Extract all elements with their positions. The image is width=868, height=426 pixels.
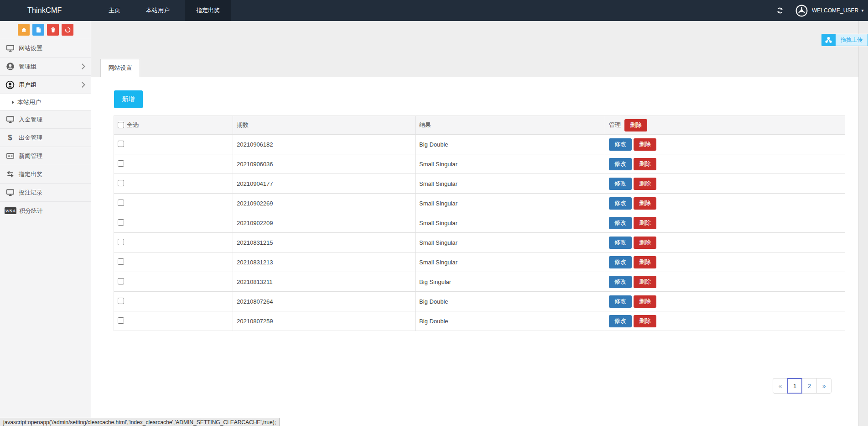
dollar-icon: $	[5, 134, 15, 142]
navbar-menu: 主页 本站用户 指定出奖	[98, 0, 231, 21]
table-row: 20210831215Small Singular修改删除	[114, 233, 845, 252]
brand-logo[interactable]: ThinkCMF	[27, 0, 62, 21]
edit-button[interactable]: 修改	[609, 217, 632, 229]
chevron-right-icon	[79, 63, 85, 69]
period-cell: 20210813211	[233, 272, 416, 292]
delete-button[interactable]: 删除	[634, 217, 656, 229]
result-cell: Small Singular	[416, 233, 605, 252]
edit-button[interactable]: 修改	[609, 295, 632, 308]
refresh-icon[interactable]	[776, 7, 784, 14]
exchange-icon	[5, 170, 15, 179]
result-cell: Small Singular	[416, 213, 605, 233]
bulk-delete-button[interactable]: 删除	[624, 119, 647, 131]
row-checkbox[interactable]	[118, 200, 124, 206]
delete-button[interactable]: 删除	[634, 158, 656, 170]
delete-button[interactable]: 删除	[634, 256, 656, 268]
sidebar-item-label: 投注记录	[19, 189, 42, 197]
row-checkbox[interactable]	[118, 298, 124, 304]
pagination-prev[interactable]: «	[773, 378, 788, 394]
sidebar-item-label: 管理组	[19, 63, 36, 71]
delete-button[interactable]: 删除	[634, 276, 656, 288]
table-row: 20210813211Big Singular修改删除	[114, 272, 845, 292]
edit-button[interactable]: 修改	[609, 178, 632, 190]
visa-icon: VISA	[5, 207, 16, 214]
nav-item-assigned-draw[interactable]: 指定出奖	[185, 0, 231, 21]
data-table-wrap: 全选 期数 结果 管理 删除 20210906182Big Do	[114, 116, 845, 331]
quickbar	[0, 21, 91, 38]
sidebar-item-label: 出金管理	[19, 134, 42, 142]
home-icon[interactable]	[18, 24, 30, 36]
user-name: WELCOME_USER	[812, 7, 858, 14]
delete-button[interactable]: 删除	[634, 197, 656, 210]
monitor-icon	[5, 188, 15, 197]
row-checkbox[interactable]	[118, 180, 124, 186]
row-checkbox[interactable]	[118, 239, 124, 245]
main-area: 网站设置 拖拽上传 新增 全选 期数	[91, 21, 868, 426]
row-checkbox[interactable]	[118, 219, 124, 226]
scroll-strip[interactable]	[858, 21, 868, 426]
sidebar-item-points-stats[interactable]: VISA 积分统计	[0, 201, 91, 220]
sidebar-item-withdraw[interactable]: $ 出金管理	[0, 128, 91, 147]
navbar-right: WELCOME_USER ▼	[776, 0, 864, 21]
add-button[interactable]: 新增	[114, 90, 143, 108]
table-row: 20210902209Small Singular修改删除	[114, 213, 845, 233]
result-cell: Big Double	[416, 311, 605, 331]
row-checkbox[interactable]	[118, 278, 124, 284]
sidebar-item-label: 本站用户	[17, 98, 41, 106]
edit-button[interactable]: 修改	[609, 237, 632, 249]
avatar[interactable]	[795, 5, 808, 17]
sidebar-item-site-users[interactable]: 本站用户	[0, 94, 91, 110]
tab-site-settings[interactable]: 网站设置	[100, 59, 140, 77]
sidebar-item-label: 积分统计	[19, 207, 43, 215]
caret-right-icon	[12, 100, 14, 104]
nav-item-site-users[interactable]: 本站用户	[131, 0, 185, 21]
pagination-page-2[interactable]: 2	[802, 378, 817, 394]
row-checkbox[interactable]	[118, 160, 124, 167]
delete-button[interactable]: 删除	[634, 295, 656, 308]
delete-button[interactable]: 删除	[634, 138, 656, 151]
edit-button[interactable]: 修改	[609, 138, 632, 151]
sidebar-item-label: 入金管理	[19, 116, 42, 124]
edit-button[interactable]: 修改	[609, 315, 632, 327]
row-checkbox[interactable]	[118, 141, 124, 147]
sidebar-item-assigned-draw[interactable]: 指定出奖	[0, 165, 91, 183]
sidebar-item-deposit[interactable]: 入金管理	[0, 110, 91, 128]
table-header-row: 全选 期数 结果 管理 删除	[114, 116, 845, 135]
file-icon[interactable]	[32, 24, 44, 36]
sidebar-item-user-group[interactable]: 用户组	[0, 75, 91, 94]
top-navbar: ThinkCMF 主页 本站用户 指定出奖 WELCOME_USER ▼	[0, 0, 868, 21]
edit-button[interactable]: 修改	[609, 256, 632, 268]
pagination-page-1[interactable]: 1	[787, 378, 802, 394]
period-cell: 20210807264	[233, 292, 416, 311]
delete-button[interactable]: 删除	[634, 178, 656, 190]
sidebar-item-site-settings[interactable]: 网站设置	[0, 39, 91, 57]
table-row: 20210904177Small Singular修改删除	[114, 174, 845, 194]
select-all-checkbox[interactable]	[118, 122, 124, 128]
row-checkbox[interactable]	[118, 258, 124, 265]
chevron-right-icon	[79, 82, 85, 88]
sidebar-item-bet-records[interactable]: 投注记录	[0, 183, 91, 201]
edit-button[interactable]: 修改	[609, 197, 632, 210]
result-cell: Small Singular	[416, 194, 605, 213]
sidebar-item-admin-group[interactable]: 管理组	[0, 57, 91, 75]
drag-upload-widget[interactable]: 拖拽上传	[821, 34, 868, 46]
status-bar: javascript:openapp('/admin/setting/clear…	[0, 418, 280, 426]
result-cell: Big Singular	[416, 272, 605, 292]
delete-button[interactable]: 删除	[634, 315, 656, 327]
cluster-icon	[821, 34, 836, 46]
edit-button[interactable]: 修改	[609, 158, 632, 170]
table-row: 20210807259Big Double修改删除	[114, 311, 845, 331]
table-row: 20210906036Small Singular修改删除	[114, 154, 845, 174]
user-menu[interactable]: WELCOME_USER ▼	[812, 7, 864, 14]
nav-item-home[interactable]: 主页	[98, 0, 131, 21]
table-row: 20210831213Small Singular修改删除	[114, 252, 845, 272]
edit-button[interactable]: 修改	[609, 276, 632, 288]
period-cell: 20210904177	[233, 174, 416, 194]
pagination-next[interactable]: »	[816, 378, 832, 394]
trash-icon[interactable]	[47, 24, 59, 36]
delete-button[interactable]: 删除	[634, 237, 656, 249]
recycle-icon[interactable]	[62, 24, 73, 36]
result-cell: Small Singular	[416, 174, 605, 194]
row-checkbox[interactable]	[118, 317, 124, 324]
sidebar-item-news[interactable]: 新闻管理	[0, 147, 91, 165]
